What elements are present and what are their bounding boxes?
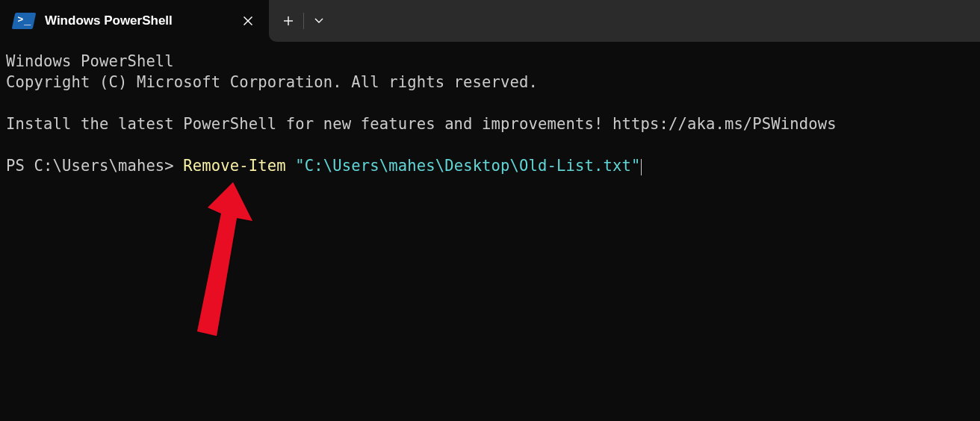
new-tab-button[interactable] [273,0,303,42]
tab-powershell[interactable]: Windows PowerShell [0,0,269,42]
terminal-line: Copyright (C) Microsoft Corporation. All… [6,73,538,91]
powershell-icon [12,13,37,29]
cmd-argument: "C:\Users\mahes\Desktop\Old-List.txt" [295,157,640,175]
terminal-line: Install the latest PowerShell for new fe… [6,115,837,133]
close-icon [243,16,253,26]
annotation-arrow [187,179,261,343]
chevron-down-icon [314,17,324,25]
tab-actions [269,0,980,42]
terminal-line: Windows PowerShell [6,52,174,70]
title-bar: Windows PowerShell [0,0,980,42]
terminal-area[interactable]: Windows PowerShell Copyright (C) Microso… [0,42,980,185]
text-cursor [641,159,642,175]
cmdlet: Remove-Item [183,157,285,175]
plus-icon [283,16,294,26]
tab-title: Windows PowerShell [45,13,227,28]
prompt: PS C:\Users\mahes> [6,157,183,175]
close-tab-button[interactable] [238,10,258,31]
tab-dropdown-button[interactable] [304,0,334,42]
